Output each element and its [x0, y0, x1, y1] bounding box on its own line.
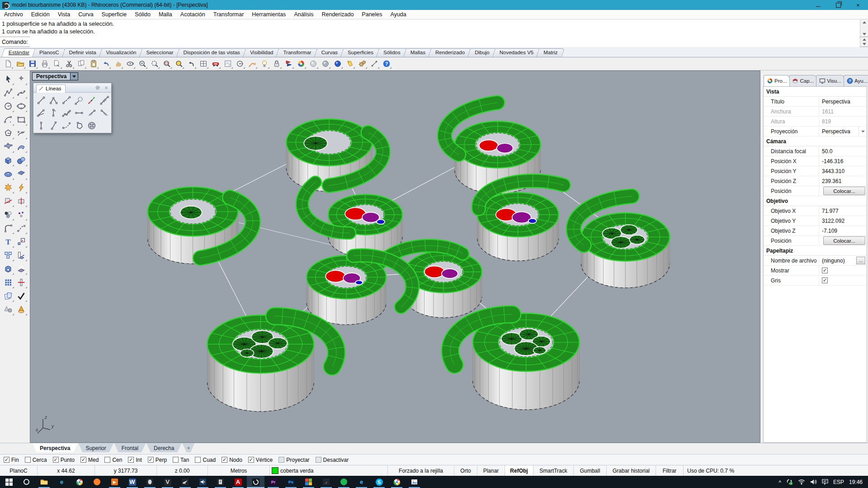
group-tab-matriz[interactable]: Matriz — [538, 48, 563, 57]
group-tab-renderizado[interactable]: Renderizado — [429, 48, 471, 57]
minimize-button[interactable] — [808, 0, 828, 10]
menu-item-slido[interactable]: Sólido — [131, 10, 155, 19]
status-planoc[interactable]: PlanoC — [0, 465, 38, 476]
osnap-perp[interactable]: Perp — [148, 457, 167, 463]
lineas-tool-line-icon[interactable]: .s{stroke:#3a4450;stroke-width:1.3;fill:… — [35, 94, 47, 106]
taskbar-app-audio[interactable] — [194, 476, 212, 488]
torus-icon[interactable] — [1, 167, 14, 180]
zoom-selected-icon[interactable] — [173, 58, 185, 70]
status-planar[interactable]: Planar — [477, 465, 505, 476]
menu-item-acotacin[interactable]: Acotación — [176, 10, 209, 19]
colocar-button[interactable]: Colocar... — [823, 187, 865, 195]
status-forzado-a-la-rejilla[interactable]: Forzado a la rejilla — [388, 465, 454, 476]
undo-icon[interactable] — [99, 58, 112, 70]
group-tab-disposici-n-de-las-vistas[interactable]: Disposición de las vistas — [178, 48, 246, 57]
taskbar-premiere[interactable]: Pr — [264, 476, 282, 488]
prop-value[interactable]: -146.316 — [819, 156, 867, 166]
volume-icon[interactable] — [810, 479, 817, 485]
menu-item-edicin[interactable]: Edición — [27, 10, 54, 19]
model-ring[interactable] — [286, 119, 389, 192]
group-tab-superficies[interactable]: Superficies — [342, 48, 379, 57]
text-tool-icon[interactable]: T — [1, 235, 14, 248]
restore-button[interactable] — [828, 0, 848, 10]
taskbar-app-silver[interactable] — [141, 476, 159, 488]
model-ring[interactable] — [208, 309, 344, 412]
lineas-tool-line-vertical-tick-icon[interactable]: .s{stroke:#3a4450;stroke-width:1.3;fill:… — [47, 107, 60, 119]
osnap-checkbox-cerca[interactable] — [25, 457, 31, 463]
array-tool-icon[interactable] — [1, 276, 14, 289]
open-file-icon[interactable] — [14, 58, 26, 70]
menu-item-archivo[interactable]: Archivo — [0, 10, 27, 19]
extrude-surface-icon[interactable] — [14, 262, 28, 275]
osnap-checkbox-cuad[interactable] — [195, 457, 201, 463]
viewport-layout-icon[interactable] — [197, 58, 209, 70]
tray-chevron-icon[interactable]: ^ — [778, 479, 781, 486]
menu-item-paneles[interactable]: Paneles — [358, 10, 386, 19]
blend-curves-icon[interactable] — [14, 221, 28, 235]
group-tab-seleccionar[interactable]: Seleccionar — [141, 48, 179, 57]
zoom-extents-icon[interactable] — [185, 58, 197, 70]
perspective-viewport[interactable]: Perspectiva Líneas × — [30, 71, 760, 442]
osnap-punto[interactable]: Punto — [53, 457, 75, 463]
command-input[interactable] — [30, 37, 860, 47]
taskbar-edge[interactable]: e — [53, 476, 71, 488]
lineas-tool-polyline-icon[interactable]: .s{stroke:#3a4450;stroke-width:1.3;fill:… — [47, 94, 60, 106]
menu-item-anlisis[interactable]: Análisis — [290, 10, 317, 19]
trim-icon[interactable] — [1, 194, 14, 207]
lightbulb-icon[interactable] — [258, 58, 270, 70]
polyline-tool-icon[interactable] — [1, 86, 14, 99]
group-tab-visibilidad[interactable]: Visibilidad — [244, 48, 279, 57]
lineas-tool-line-tangent-icon[interactable]: .s{stroke:#3a4450;stroke-width:1.3;fill:… — [85, 107, 98, 119]
status-coberta-verda[interactable]: coberta verda — [270, 465, 388, 476]
group-tab-est-ndar[interactable]: Estándar — [3, 48, 35, 57]
prop-value[interactable]: (ninguno)... — [819, 256, 867, 265]
model-ring[interactable] — [307, 249, 418, 324]
explode-icon[interactable] — [1, 181, 14, 194]
lineas-palette-header[interactable]: Líneas × — [33, 83, 111, 93]
prop-value[interactable]: Colocar... — [819, 186, 867, 196]
taskbar-groove-music[interactable]: ♪ — [317, 476, 335, 488]
command-history-scrollbar[interactable] — [860, 19, 868, 37]
fillet-flash-icon[interactable] — [14, 181, 28, 194]
osnap-checkbox-nodo[interactable] — [222, 457, 227, 463]
car-top-icon[interactable] — [209, 58, 222, 70]
viewport-title-menu-icon[interactable] — [71, 72, 78, 80]
taskbar-media-player[interactable]: ▶ — [106, 476, 123, 488]
viewport-tab-derecha[interactable]: Derecha — [146, 443, 181, 452]
taskbar-photos[interactable] — [300, 476, 317, 488]
scroll-down-icon[interactable] — [860, 42, 868, 47]
scale-tool-icon[interactable] — [14, 235, 28, 248]
osnap-checkbox-vértice[interactable] — [248, 457, 254, 463]
colocar-button[interactable]: Colocar... — [823, 236, 865, 245]
pan-icon[interactable] — [112, 58, 124, 70]
osnap-int[interactable]: Int — [128, 457, 142, 463]
wifi-icon[interactable] — [798, 479, 805, 485]
taskbar-rhinoceros[interactable] — [247, 476, 264, 488]
browse-file-button[interactable]: ... — [856, 257, 865, 264]
paste-icon[interactable] — [87, 58, 99, 70]
osnap-checkbox-int[interactable] — [128, 457, 134, 463]
zoom-dynamic-icon[interactable] — [148, 58, 160, 70]
surface-corner-icon[interactable] — [1, 140, 14, 153]
lineas-tool-line-horizontal-icon[interactable]: .s{stroke:#3a4450;stroke-width:1.3;fill:… — [73, 107, 85, 119]
split-icon[interactable] — [14, 194, 28, 207]
lineas-tool-polygon-open-icon[interactable]: .s{stroke:#3a4450;stroke-width:1.3;fill:… — [73, 119, 85, 131]
single-point-icon[interactable] — [14, 72, 28, 85]
osnap-checkbox-cen[interactable] — [104, 457, 110, 463]
status-orto[interactable]: Orto — [454, 465, 477, 476]
ellipse-tool-icon[interactable] — [14, 99, 28, 113]
osnap-cerca[interactable]: Cerca — [25, 457, 47, 463]
sphere-gray-icon[interactable] — [307, 58, 319, 70]
lineas-palette-tab[interactable]: Líneas — [36, 84, 66, 93]
print-icon[interactable] — [38, 58, 51, 70]
prop-value[interactable]: 3122.092 — [819, 216, 867, 225]
prop-value[interactable] — [819, 276, 867, 285]
palette-close-icon[interactable]: × — [103, 84, 110, 91]
group-tab-curvas[interactable]: Curvas — [316, 48, 344, 57]
viewport-tab-superior[interactable]: Superior — [78, 443, 113, 452]
cone-orange-icon[interactable] — [14, 303, 28, 316]
group-tab-novedades-v5[interactable]: Novedades V5 — [494, 48, 539, 57]
status-y-3177-73[interactable]: y 3177.73 — [95, 465, 157, 476]
osnap-checkbox-tan[interactable] — [173, 457, 179, 463]
viewport-tab-frontal[interactable]: Frontal — [114, 443, 146, 452]
